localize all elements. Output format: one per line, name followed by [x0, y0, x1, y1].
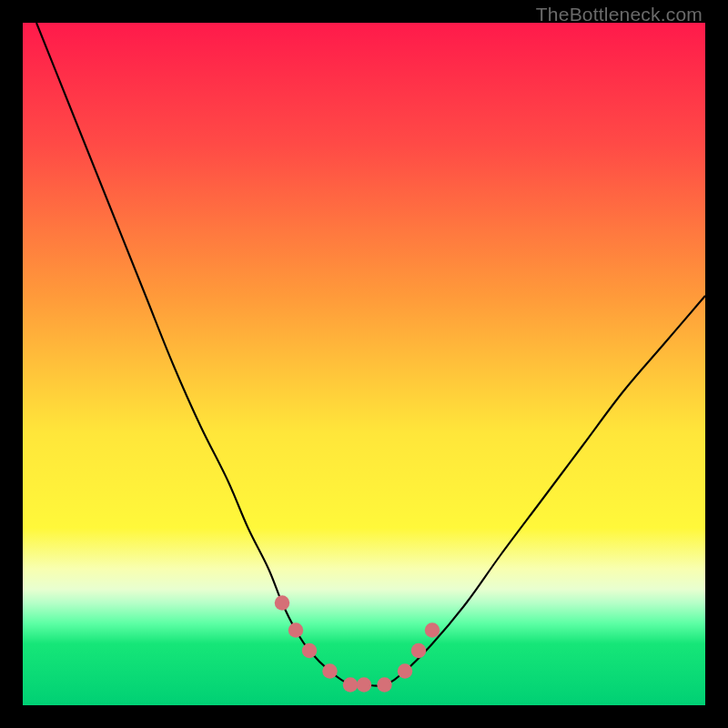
marker-group [275, 595, 440, 693]
curve-layer [23, 23, 705, 705]
chart-frame: TheBottleneck.com [0, 0, 728, 728]
curve-marker [377, 677, 392, 693]
curve-marker [322, 663, 338, 679]
curve-marker [411, 643, 427, 659]
curve-marker [275, 595, 290, 611]
plot-area [23, 23, 705, 705]
curve-marker [343, 677, 359, 693]
curve-marker [357, 677, 372, 693]
bottleneck-curve [36, 23, 705, 686]
curve-marker [288, 622, 304, 638]
curve-marker [302, 643, 318, 659]
curve-marker [425, 622, 440, 638]
curve-marker [398, 663, 413, 679]
watermark-text: TheBottleneck.com [536, 4, 703, 25]
